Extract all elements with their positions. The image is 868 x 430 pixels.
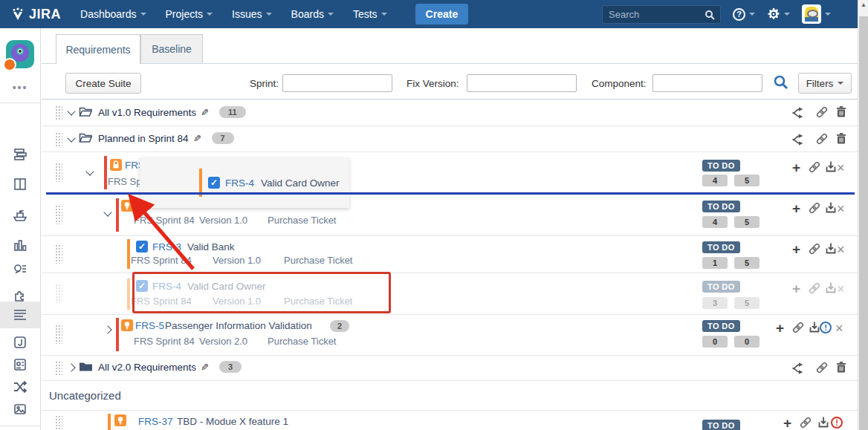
chevron-down-icon[interactable] [85, 167, 94, 175]
link-icon[interactable] [814, 105, 829, 119]
link-icon[interactable] [807, 242, 822, 255]
edit-pencil-icon[interactable]: ✎ [201, 107, 209, 118]
drag-handle[interactable] [55, 361, 62, 375]
link-icon[interactable] [807, 201, 822, 215]
chevron-down-icon [266, 13, 272, 16]
export-icon[interactable] [816, 416, 831, 429]
create-button[interactable]: Create [415, 4, 469, 25]
menu-issues[interactable]: Issues [232, 8, 271, 20]
suite-title[interactable]: All v2.0 Requirements [98, 362, 196, 373]
sprint-filter-label: Sprint: [250, 78, 279, 89]
warning-icon[interactable]: ! [820, 322, 832, 333]
drag-handle[interactable] [55, 205, 62, 224]
menu-tests[interactable]: Tests [353, 8, 387, 20]
add-icon[interactable]: + [792, 202, 800, 215]
add-icon[interactable]: + [792, 243, 800, 256]
branch-icon[interactable] [791, 362, 806, 375]
remove-icon[interactable]: × [835, 322, 843, 335]
bulb-icon [114, 414, 126, 426]
filters-button[interactable]: Filters [798, 73, 852, 94]
sprint-filter-input[interactable] [282, 74, 392, 92]
edit-pencil-icon[interactable]: ✎ [193, 133, 201, 144]
drag-handle[interactable] [55, 163, 62, 182]
remove-icon[interactable]: × [837, 282, 845, 296]
addons-puzzle-icon[interactable] [13, 288, 27, 303]
pages-icon[interactable] [13, 335, 27, 350]
releases-ship-icon[interactable] [13, 208, 27, 223]
sidebar-more-button[interactable]: ••• [0, 82, 40, 94]
export-icon[interactable] [823, 242, 838, 255]
component-filter-input[interactable] [652, 74, 762, 92]
link-icon[interactable] [798, 416, 813, 429]
scroll-up-arrow[interactable]: ▲ [858, 1, 868, 8]
link-icon[interactable] [814, 361, 829, 374]
suite-title[interactable]: Planned in Sprint 84 [98, 133, 189, 144]
media-image-icon[interactable] [13, 402, 27, 417]
shuffle-icon[interactable] [13, 379, 27, 394]
add-icon[interactable]: + [776, 322, 784, 335]
menu-boards[interactable]: Boards [291, 8, 334, 20]
issue-key-link[interactable]: FRS-5 [135, 320, 164, 331]
branch-icon[interactable] [791, 106, 806, 120]
tab-baseline[interactable]: Baseline [140, 34, 203, 64]
search-icon[interactable] [705, 10, 715, 20]
export-icon[interactable] [823, 201, 838, 215]
project-avatar[interactable] [6, 40, 34, 68]
issues-search-icon[interactable] [13, 262, 27, 277]
search-icon[interactable] [773, 74, 789, 91]
branch-icon[interactable] [791, 133, 806, 146]
drag-handle[interactable] [55, 415, 62, 429]
scrollbar-thumb[interactable] [859, 16, 868, 430]
requirements-list-icon[interactable] [13, 307, 27, 322]
trash-icon[interactable] [834, 132, 849, 146]
menu-projects[interactable]: Projects [166, 8, 213, 20]
help-menu[interactable]: ? [733, 8, 755, 21]
component-filter-label: Component: [592, 78, 647, 89]
board-columns-icon[interactable] [13, 177, 27, 192]
export-icon[interactable] [823, 160, 838, 174]
tab-requirements[interactable]: Requirements [56, 34, 140, 64]
edit-pencil-icon[interactable]: ✎ [201, 362, 209, 373]
drag-handle[interactable] [55, 284, 62, 303]
chevron-down-icon[interactable] [67, 134, 75, 142]
add-icon[interactable]: + [792, 161, 800, 175]
chevron-down-icon[interactable] [67, 107, 75, 115]
trash-icon[interactable] [834, 105, 849, 119]
remove-icon[interactable]: × [837, 161, 845, 175]
priority-bar [104, 156, 107, 189]
backlog-icon[interactable] [13, 147, 27, 162]
vertical-scrollbar[interactable]: ▲ [858, 0, 868, 430]
fix-version-filter-input[interactable] [467, 74, 577, 92]
issue-key-link[interactable]: FRS-3 [152, 241, 181, 253]
link-icon[interactable] [791, 321, 806, 334]
drag-handle[interactable] [55, 244, 62, 264]
reports-chart-icon[interactable] [13, 238, 27, 253]
create-suite-button[interactable]: Create Suite [65, 73, 141, 94]
chevron-down-icon[interactable] [103, 208, 111, 216]
remove-icon[interactable]: × [837, 202, 845, 215]
link-icon[interactable] [807, 160, 822, 174]
link-icon[interactable] [814, 132, 829, 146]
link-icon[interactable] [807, 281, 822, 295]
drag-handle[interactable] [55, 325, 62, 344]
trash-icon[interactable] [834, 361, 849, 374]
drag-handle[interactable] [55, 105, 62, 120]
settings-menu[interactable] [767, 7, 790, 21]
contacts-book-icon[interactable] [13, 357, 27, 372]
checkbox-checked[interactable]: ✓ [136, 241, 148, 253]
suite-title[interactable]: All v1.0 Requirements [98, 107, 196, 118]
menu-dashboards[interactable]: Dashboards [80, 8, 146, 20]
issue-key-link[interactable]: FRS-37 [138, 416, 173, 427]
remove-icon[interactable]: × [837, 243, 845, 256]
search-input[interactable] [603, 6, 699, 23]
export-icon[interactable] [823, 281, 838, 295]
chevron-right-icon[interactable] [103, 325, 111, 333]
drag-handle[interactable] [55, 132, 62, 146]
warning-red-icon[interactable]: ! [831, 417, 843, 429]
add-icon[interactable]: + [792, 282, 800, 296]
issue-version: Version 2.0 [199, 336, 247, 347]
add-icon[interactable]: + [783, 417, 791, 430]
jira-logo[interactable]: JIRA [10, 7, 61, 22]
chevron-right-icon[interactable] [67, 363, 75, 371]
user-menu[interactable] [802, 4, 831, 24]
